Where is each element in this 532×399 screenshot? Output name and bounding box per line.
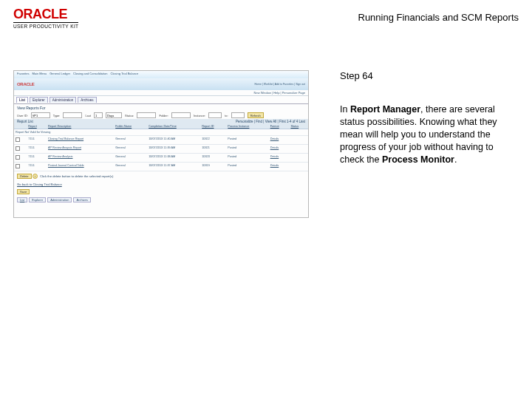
txt: .	[454, 154, 457, 165]
ss-cell: 10/07/2013 11:39 AM	[147, 145, 200, 154]
ss-last-label: Last	[85, 114, 91, 117]
ss-tab-list: List	[16, 97, 28, 103]
oracle-wordmark: ORACLE	[13, 7, 78, 21]
ss-cell	[14, 145, 27, 154]
checkbox-icon	[16, 164, 20, 168]
ss-cell	[14, 154, 27, 163]
ss-topnav-item: Main Menu	[32, 72, 47, 78]
ss-cell: Posted	[226, 163, 268, 171]
ss-cell: 10/07/2013 11:40 AM	[147, 136, 200, 145]
ss-cell: 10320	[200, 154, 226, 163]
ss-folder-label: Folder:	[159, 114, 168, 117]
ss-save-button: Save	[17, 189, 30, 194]
ss-brand-right: Home | Worklist | Add to Favorites | Sig…	[255, 83, 305, 86]
ss-cell: 7151	[27, 145, 47, 154]
ss-goback-link: Go back to Closing Trial Balance	[14, 181, 308, 188]
ss-type-input	[63, 112, 82, 118]
ss-cell: 7151	[27, 163, 47, 171]
ss-section-title: View Reports For	[14, 104, 308, 112]
ss-tabrow: List Explorer Administration Archives	[14, 96, 308, 104]
ss-days-input	[106, 112, 122, 118]
ss-btab: Archives	[73, 197, 90, 202]
ss-cell: Posted	[226, 145, 268, 154]
ss-report-table: Report Report Description Folder Name Co…	[14, 124, 308, 171]
instruction-column: Step 64 In Report Manager, there are sev…	[309, 70, 516, 218]
ss-btab: Explorer	[29, 197, 46, 202]
ss-cell: 10319	[200, 163, 226, 171]
ss-table-row: 7151 Closing Trial Balance Report Genera…	[14, 136, 308, 145]
ss-filter-row: User ID: Type: Last Status: Folder: Inst…	[14, 112, 308, 119]
txt-bold: Process Monitor	[382, 154, 454, 165]
ss-to-label: to:	[225, 114, 228, 117]
ss-bottom-tabs: List Explorer Administration Archives	[14, 196, 308, 204]
ss-subtop-links: New Window | Help | Personalize Page	[14, 90, 308, 96]
ss-list-title: Report List	[17, 120, 33, 123]
ss-btab: List	[17, 197, 27, 202]
txt-bold: Report Manager	[350, 104, 420, 115]
doc-header: ORACLE USER PRODUCTIVITY KIT Running Fin…	[0, 0, 532, 30]
ss-type-label: Type:	[53, 114, 61, 117]
ss-footer-note: Click the delete button to delete the se…	[40, 174, 113, 178]
checkbox-icon	[16, 146, 20, 151]
ss-list-header: Report List Personalize | Find | View Al…	[14, 119, 308, 124]
ss-cell: AP Review Anaysis Report	[47, 145, 114, 154]
ss-table-row: Report Not Valid for Viewing	[14, 129, 308, 136]
step-label: Step 64	[340, 70, 513, 81]
ss-instance-to-input	[231, 112, 245, 118]
ss-list-pager: Personalize | Find | View All | First 1-…	[236, 120, 305, 123]
ss-userid-input	[31, 112, 50, 118]
ss-cell: Details	[269, 136, 290, 145]
ss-cell: Closing Trial Balance Report	[47, 136, 114, 145]
ss-tab-archives: Archives	[78, 97, 96, 103]
instruction-text: In Report Manager, there are several sta…	[340, 103, 513, 166]
ss-cell: 10321	[200, 145, 226, 154]
ss-cell: Posted Journal Control Table	[47, 163, 114, 171]
ss-cell: 10/07/2013 11:37 AM	[147, 163, 200, 171]
ss-cell: Posted	[226, 136, 268, 145]
ss-cell: 10322	[200, 136, 226, 145]
ss-cell: 7151	[27, 136, 47, 145]
ss-cell: AP Review Analysis	[47, 154, 114, 163]
ss-btab: Administration	[47, 197, 72, 202]
app-screenshot: Favorites Main Menu General Ledger Closi…	[13, 70, 309, 218]
ss-cell: Details	[269, 145, 290, 154]
ss-tab-explorer: Explorer	[30, 97, 48, 103]
ss-topnav-item: Closing and Consolidation	[73, 72, 107, 78]
ss-cell: Posted	[226, 154, 268, 163]
ss-userid-label: User ID:	[17, 114, 28, 117]
ss-table-row: 7151 AP Review Anaysis Report General 10…	[14, 145, 308, 154]
info-icon: i	[33, 174, 38, 179]
ss-brand-row: ORACLE Home | Worklist | Add to Favorite…	[14, 78, 308, 90]
ss-cell: Details	[269, 163, 290, 171]
ss-topnav-item: Closing Trial Balance	[111, 72, 139, 78]
ss-table-row: 7151 Posted Journal Control Table Genera…	[14, 163, 308, 171]
ss-status-label: Status:	[125, 114, 134, 117]
ss-cell: General	[114, 154, 147, 163]
ss-instance-label: Instance:	[194, 114, 205, 117]
checkbox-icon	[16, 137, 20, 142]
ss-delete-button: Delete	[17, 174, 32, 179]
ss-cell: Report Not Valid for Viewing	[14, 129, 308, 136]
ss-cell: General	[114, 163, 147, 171]
ss-folder-input	[171, 112, 191, 118]
ss-topnav: Favorites Main Menu General Ledger Closi…	[14, 71, 308, 78]
ss-cell: Details	[269, 154, 290, 163]
ss-instance-input	[208, 112, 222, 118]
ss-cell: 10/07/2013 11:38 AM	[147, 154, 200, 163]
checkbox-icon	[16, 155, 20, 160]
doc-title: Running Financials and SCM Reports	[358, 12, 519, 23]
ss-footer: Delete i Click the delete button to dele…	[14, 171, 308, 181]
ss-cell: General	[114, 145, 147, 154]
ss-cell	[14, 163, 27, 171]
ss-cell: General	[114, 136, 147, 145]
oracle-logo: ORACLE USER PRODUCTIVITY KIT	[13, 7, 78, 29]
ss-oracle-wordmark: ORACLE	[17, 82, 35, 86]
txt: In	[340, 104, 350, 115]
ss-topnav-item: Favorites	[17, 72, 29, 78]
ss-cell: 7151	[27, 154, 47, 163]
ss-status-input	[137, 112, 156, 118]
ss-topnav-item: General Ledger	[50, 72, 70, 78]
ss-tab-admin: Administration	[50, 97, 77, 103]
content-row: Favorites Main Menu General Ledger Closi…	[0, 70, 532, 218]
ss-table-row: 7151 AP Review Analysis General 10/07/20…	[14, 154, 308, 163]
